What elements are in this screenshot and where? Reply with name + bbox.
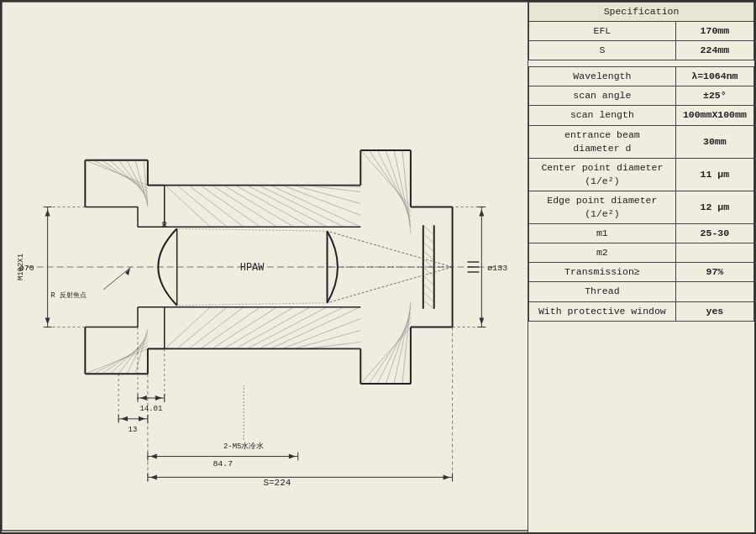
spec-label: S — [529, 41, 676, 60]
spec-table: Specification EFL170mmS224mmWavelengthλ=… — [528, 2, 754, 322]
spec-header: Specification — [529, 3, 754, 22]
spec-row: Transmission≥97% — [529, 263, 754, 282]
spec-row: Center point diameter(1/e²)11 μm — [529, 158, 754, 191]
spec-label: EFL — [529, 22, 676, 41]
spec-label: scan angle — [529, 86, 676, 106]
page: 一. f=170mm F-Theta lens 高功率全石英水冷 — [0, 0, 756, 534]
spec-row: m2 — [529, 243, 754, 263]
spec-row: EFL170mm — [529, 22, 754, 41]
spec-row: m125-30 — [529, 224, 754, 243]
spec-value: ±25° — [675, 86, 753, 106]
svg-text:HPAW: HPAW — [240, 262, 265, 274]
spec-value: λ=1064nm — [675, 67, 753, 86]
spec-value: 100mmX100mm — [675, 106, 753, 125]
spec-row — [529, 60, 754, 67]
drawing-area: 一. f=170mm F-Theta lens 高功率全石英水冷 — [2, 2, 528, 532]
svg-text:13: 13 — [129, 426, 138, 434]
spec-label: m1 — [529, 224, 676, 243]
spec-label: Transmission≥ — [529, 263, 676, 282]
technical-drawing: S=224 84.7 ø133 ø7 — [2, 2, 528, 532]
spec-row: Thread — [529, 282, 754, 301]
spec-value: yes — [675, 301, 753, 321]
spec-value: 12 μm — [675, 191, 753, 223]
svg-text:S=224: S=224 — [264, 478, 291, 488]
spec-label: entrance beamdiameter d — [529, 125, 676, 158]
svg-text:R 反射焦点: R 反射焦点 — [50, 291, 86, 300]
spec-row: Wavelengthλ=1064nm — [529, 67, 754, 86]
spec-label: Thread — [529, 282, 676, 301]
spec-label: Edge point diameter(1/e²) — [529, 191, 676, 223]
svg-text:14.01: 14.01 — [139, 405, 162, 413]
spec-value — [675, 282, 753, 301]
svg-text:M102X1: M102X1 — [17, 254, 25, 280]
spec-label: scan length — [529, 106, 676, 125]
svg-text:84.7: 84.7 — [213, 459, 233, 469]
spec-value: 170mm — [675, 22, 753, 41]
spec-value: 97% — [675, 263, 753, 282]
spec-row: Edge point diameter(1/e²)12 μm — [529, 191, 754, 223]
spec-value: 224mm — [675, 41, 753, 60]
spec-table-area: Specification EFL170mmS224mmWavelengthλ=… — [528, 2, 754, 532]
spec-row: With protective windowyes — [529, 301, 754, 321]
spec-row: scan angle±25° — [529, 86, 754, 106]
spec-value: 25-30 — [675, 224, 753, 243]
spec-label: With protective window — [529, 301, 676, 321]
spec-row: scan length100mmX100mm — [529, 106, 754, 125]
spec-label: Wavelength — [529, 67, 676, 86]
spec-value — [675, 243, 753, 263]
svg-text:ø133: ø133 — [487, 264, 507, 273]
svg-text:R: R — [162, 220, 167, 229]
spec-label: Center point diameter(1/e²) — [529, 158, 676, 191]
spec-label: m2 — [529, 243, 676, 263]
spec-row: S224mm — [529, 41, 754, 60]
spec-row: entrance beamdiameter d30mm — [529, 125, 754, 158]
spec-value: 30mm — [675, 125, 753, 158]
spec-value: 11 μm — [675, 158, 753, 191]
svg-text:2-M5水冷水: 2-M5水冷水 — [223, 442, 264, 451]
